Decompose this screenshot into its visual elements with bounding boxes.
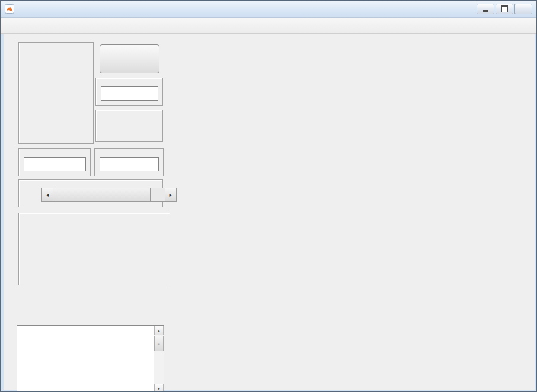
slider-thumb[interactable] [53,188,151,202]
slider-right-arrow-icon[interactable]: ► [165,188,177,202]
collision-angle-group: ◄ ► [18,179,163,207]
close-button[interactable] [514,4,532,14]
window: ◄ ► ▲ ≡ ▼ ◄ ||| ► [0,0,537,392]
maximize-icon [501,5,508,12]
window-frame-right [535,34,537,392]
atom-types-group [18,42,94,144]
maximize-button[interactable] [496,4,513,14]
calculation-type-group [95,110,163,142]
delta-value-group [95,78,163,106]
delta-value-field[interactable] [101,86,158,101]
initial-conditions-group [18,213,170,285]
cutoff-field[interactable] [100,157,159,171]
update-button[interactable] [100,44,159,73]
toolbar [1,18,536,34]
steps-field[interactable] [24,157,86,171]
minimize-button[interactable] [477,4,494,14]
contour-plot-canvas[interactable] [201,43,521,363]
window-frame-left [1,34,4,392]
plot-type-listbox[interactable]: ▲ ≡ ▼ ◄ ||| ► [17,325,164,392]
titlebar[interactable] [1,1,536,18]
slider-left-arrow-icon[interactable]: ◄ [41,188,53,202]
slider-track[interactable] [151,188,165,201]
listbox-vertical-scrollbar[interactable]: ▲ ≡ ▼ [154,326,164,392]
scroll-up-icon[interactable]: ▲ [154,326,164,335]
steps-group [18,148,91,176]
cutoff-group [94,148,164,176]
scroll-down-icon[interactable]: ▼ [154,384,164,392]
minimize-icon [483,10,488,12]
matlab-icon [5,4,14,14]
collision-angle-slider[interactable]: ◄ ► [41,188,177,202]
vertical-scroll-thumb[interactable]: ≡ [154,336,164,351]
